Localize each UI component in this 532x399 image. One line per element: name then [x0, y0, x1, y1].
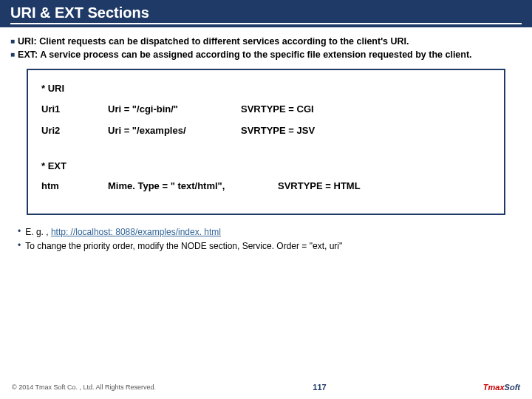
- note-1-prefix: E. g. ,: [25, 227, 51, 237]
- notes-block: • E. g. , http: //localhost: 8088/exampl…: [10, 225, 522, 253]
- brand-logo: TmaxSoft: [483, 383, 520, 392]
- square-bullet-icon: ■: [10, 36, 15, 47]
- uri-section-head: * URI: [41, 82, 491, 95]
- uri-svrtype: SVRTYPE = CGI: [241, 103, 491, 116]
- example-link[interactable]: http: //localhost: 8088/examples/index. …: [51, 227, 221, 237]
- intro-text-2: EXT: A service process can be assigned a…: [18, 48, 472, 61]
- uri-svrtype: SVRTYPE = JSV: [241, 124, 491, 137]
- uri-def: Uri = "/cgi-bin/": [108, 103, 241, 116]
- logo-part-1: Tmax: [483, 383, 505, 392]
- page-number: 117: [156, 383, 483, 392]
- slide-title: URI & EXT Sections: [10, 4, 522, 21]
- ext-def: Mime. Type = " text/html",: [108, 180, 278, 193]
- note-row-1: • E. g. , http: //localhost: 8088/exampl…: [18, 225, 522, 239]
- uri-name: Uri1: [41, 103, 108, 116]
- note-1: E. g. , http: //localhost: 8088/examples…: [25, 225, 221, 239]
- note-2: To change the priority order, modify the…: [25, 239, 342, 253]
- ext-svrtype: SVRTYPE = HTML: [278, 180, 491, 193]
- config-box: * URI Uri1 Uri = "/cgi-bin/" SVRTYPE = C…: [27, 69, 505, 215]
- slide-footer: © 2014 Tmax Soft Co. , Ltd. All Rights R…: [0, 383, 532, 392]
- square-bullet-icon: ■: [10, 50, 15, 61]
- slide-header: URI & EXT Sections: [0, 0, 532, 27]
- ext-name: htm: [41, 180, 108, 193]
- copyright-text: © 2014 Tmax Soft Co. , Ltd. All Rights R…: [12, 383, 156, 391]
- uri-name: Uri2: [41, 124, 108, 137]
- intro-bullets: ■ URI: Client requests can be dispatched…: [10, 35, 522, 61]
- intro-row-2: ■ EXT: A service process can be assigned…: [10, 48, 522, 61]
- note-row-2: • To change the priority order, modify t…: [18, 239, 522, 253]
- title-underline: [10, 23, 522, 24]
- ext-row: htm Mime. Type = " text/html", SVRTYPE =…: [41, 180, 491, 193]
- slide-body: ■ URI: Client requests can be dispatched…: [0, 27, 532, 253]
- intro-row-1: ■ URI: Client requests can be dispatched…: [10, 35, 522, 48]
- logo-part-2: Soft: [505, 383, 520, 392]
- uri-def: Uri = "/examples/: [108, 124, 241, 137]
- dot-bullet-icon: •: [18, 239, 21, 252]
- intro-text-1: URI: Client requests can be dispatched t…: [18, 35, 409, 48]
- uri-row-1: Uri1 Uri = "/cgi-bin/" SVRTYPE = CGI: [41, 103, 491, 116]
- dot-bullet-icon: •: [18, 225, 21, 238]
- ext-section-head: * EXT: [41, 160, 491, 173]
- uri-row-2: Uri2 Uri = "/examples/ SVRTYPE = JSV: [41, 124, 491, 137]
